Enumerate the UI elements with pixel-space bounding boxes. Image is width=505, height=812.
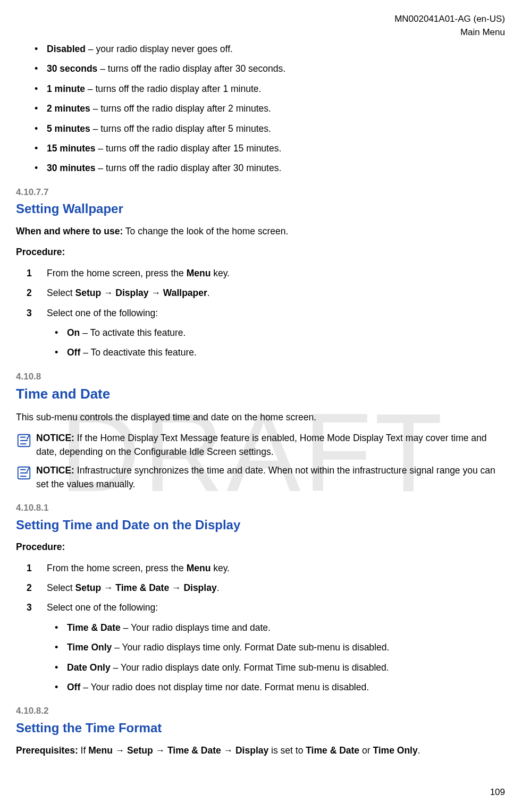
notice-body: If the Home Display Text Message feature… [36, 433, 487, 456]
option-list: Time & Date – Your radio displays time a… [36, 621, 501, 695]
step-bold: Setup → Display → Wallpaper [75, 287, 207, 298]
list-term: 15 minutes [47, 143, 95, 154]
notice-icon [16, 433, 32, 449]
procedure-label: Procedure: [16, 246, 501, 259]
prerequisites-label: Prerequisites: [16, 745, 78, 756]
content-area: Disabled – your radio display never goes… [0, 13, 505, 757]
prereq-bold: Time Only [373, 745, 417, 756]
list-term: Off [67, 682, 80, 692]
prerequisites-paragraph: Prerequisites: If Menu → Setup → Time & … [16, 744, 501, 757]
step-bold: Setup → Time & Date → Display [75, 582, 217, 593]
step-text: From the home screen, press the [47, 268, 187, 278]
notice-label: NOTICE: [36, 465, 74, 476]
step-item: 3Select one of the following: Time & Dat… [16, 601, 501, 694]
list-item: Off – To deactivate this feature. [36, 346, 501, 359]
procedure-label: Procedure: [16, 540, 501, 554]
when-where-paragraph: When and where to use: To change the loo… [16, 225, 501, 238]
list-desc: – Your radio displays date only. Format … [111, 662, 389, 673]
step-number: 3 [27, 601, 32, 614]
list-term: 30 seconds [47, 63, 97, 74]
step-text: Select [47, 582, 75, 593]
list-desc: – To deactivate this feature. [80, 347, 197, 358]
prereq-bold: Menu → Setup → Time & Date → Display [88, 745, 268, 756]
section-number: 4.10.7.7 [16, 186, 501, 199]
prereq-text: If [78, 745, 88, 756]
notice-label: NOTICE: [36, 433, 74, 443]
list-term: 2 minutes [47, 103, 90, 114]
procedure-steps: 1From the home screen, press the Menu ke… [16, 562, 501, 695]
list-item: 1 minute – turns off the radio display a… [16, 82, 501, 96]
section-title: Setting Time and Date on the Display [16, 516, 501, 535]
step-item: 3Select one of the following: On – To ac… [16, 307, 501, 360]
list-term: Time Only [67, 642, 112, 653]
document-page: MN002041A01-AG (en-US) Main Menu DRAFT D… [0, 0, 505, 812]
display-timeout-list: Disabled – your radio display never goes… [16, 43, 501, 175]
when-where-text: To change the look of the home screen. [123, 226, 288, 236]
list-term: Date Only [67, 662, 111, 673]
prereq-text: . [418, 745, 420, 756]
prereq-text: or [359, 745, 373, 756]
notice-block: NOTICE: If the Home Display Text Message… [16, 432, 501, 459]
list-item: 15 minutes – turns off the radio display… [16, 142, 501, 155]
section-number: 4.10.8.1 [16, 502, 501, 515]
list-desc: – turns off the radio display after 15 m… [95, 143, 281, 154]
step-number: 2 [27, 286, 32, 300]
option-list: On – To activate this feature. Off – To … [36, 326, 501, 360]
step-text: Select [47, 287, 75, 298]
step-bold: Menu [187, 563, 211, 573]
step-number: 1 [27, 562, 32, 575]
section-title: Setting Wallpaper [16, 200, 501, 218]
step-bold: Menu [187, 268, 211, 278]
list-item: Date Only – Your radio displays date onl… [36, 661, 501, 674]
when-where-label: When and where to use: [16, 226, 123, 236]
notice-icon [16, 465, 32, 481]
list-desc: – To activate this feature. [80, 327, 186, 338]
list-desc: – turns off the radio display after 30 s… [97, 63, 285, 74]
prereq-text: is set to [268, 745, 306, 756]
section-intro: This sub-menu controls the displayed tim… [16, 411, 501, 424]
notice-text: NOTICE: If the Home Display Text Message… [36, 432, 501, 459]
list-desc: – Your radio displays time only. Format … [112, 642, 389, 653]
list-item: Off – Your radio does not display time n… [36, 681, 501, 694]
list-item: 5 minutes – turns off the radio display … [16, 122, 501, 136]
list-term: 1 minute [47, 83, 85, 94]
list-term: 5 minutes [47, 123, 90, 134]
list-desc: – Your radio does not display time nor d… [80, 682, 369, 692]
section-title: Setting the Time Format [16, 719, 501, 738]
list-desc: – your radio display never goes off. [86, 44, 233, 54]
step-text: From the home screen, press the [47, 563, 187, 573]
list-term: Off [67, 347, 80, 358]
list-item: 30 minutes – turns off the radio display… [16, 162, 501, 175]
list-item: On – To activate this feature. [36, 326, 501, 340]
page-number: 109 [490, 786, 505, 799]
step-text: Select one of the following: [47, 308, 158, 318]
section-number: 4.10.8 [16, 370, 501, 384]
step-item: 2Select Setup → Display → Wallpaper. [16, 286, 501, 300]
list-term: Time & Date [67, 622, 121, 633]
notice-text: NOTICE: Infrastructure synchronizes the … [36, 464, 501, 491]
list-desc: – turns off the radio display after 5 mi… [90, 123, 271, 134]
section-number: 4.10.8.2 [16, 705, 501, 718]
step-text: Select one of the following: [47, 602, 158, 613]
step-post: . [217, 582, 220, 593]
list-desc: – turns off the radio display after 30 m… [95, 163, 281, 173]
list-term: 30 minutes [47, 163, 95, 173]
list-desc: – turns off the radio display after 2 mi… [90, 103, 271, 114]
step-item: 1From the home screen, press the Menu ke… [16, 562, 501, 575]
step-post: key. [211, 563, 230, 573]
step-post: key. [211, 268, 230, 278]
list-term: On [67, 327, 80, 338]
list-desc: – Your radio displays time and date. [121, 622, 271, 633]
notice-body: Infrastructure synchronizes the time and… [36, 465, 495, 489]
section-title: Time and Date [16, 384, 501, 404]
step-number: 1 [27, 267, 32, 280]
prereq-bold: Time & Date [306, 745, 359, 756]
step-number: 3 [27, 307, 32, 320]
list-desc: – turns off the radio display after 1 mi… [85, 83, 261, 94]
procedure-steps: 1From the home screen, press the Menu ke… [16, 267, 501, 360]
notice-block: NOTICE: Infrastructure synchronizes the … [16, 464, 501, 491]
list-item: 2 minutes – turns off the radio display … [16, 102, 501, 115]
list-term: Disabled [47, 44, 86, 54]
step-item: 2Select Setup → Time & Date → Display. [16, 581, 501, 595]
list-item: 30 seconds – turns off the radio display… [16, 62, 501, 75]
